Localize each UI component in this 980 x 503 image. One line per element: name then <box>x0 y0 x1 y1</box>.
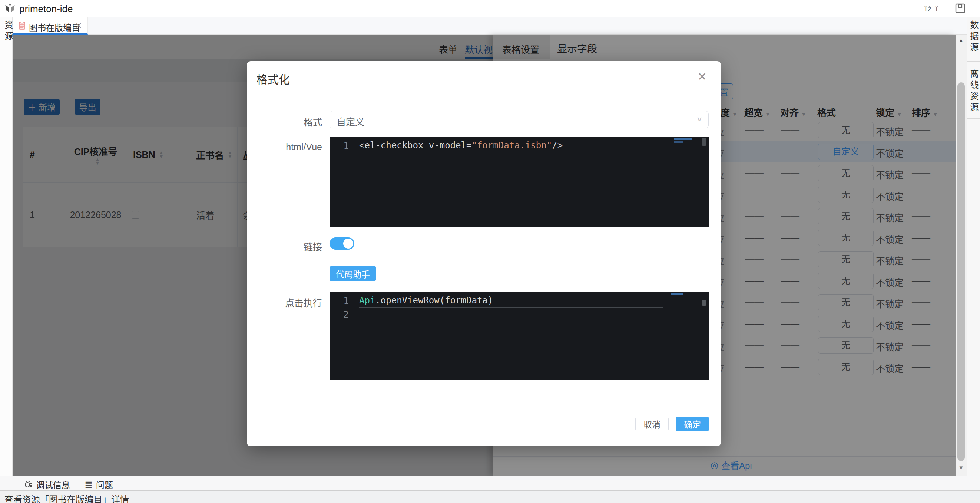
tab-label: 图书在版编目 <box>29 21 80 34</box>
list-icon: ≣ <box>84 479 93 490</box>
dialog-close-icon[interactable]: ✕ <box>698 70 707 83</box>
titlebar-glyphs[interactable]: îž î <box>925 4 939 14</box>
format-select[interactable]: 自定义 ∨ <box>329 111 709 128</box>
problems-item[interactable]: ≣ 问题 <box>84 478 113 491</box>
app-title: primeton-ide <box>19 3 73 15</box>
minimap-mark <box>670 293 683 295</box>
code-line[interactable]: 1Api.openViewRow(formData) <box>329 294 709 308</box>
click-execute-label: 点击执行 <box>247 295 322 309</box>
app-logo-icon <box>5 3 16 14</box>
format-label: 格式 <box>247 115 322 128</box>
code-token: Api <box>359 295 375 306</box>
debug-info-item[interactable]: 调试信息 <box>24 478 70 491</box>
rail-separator <box>967 61 980 62</box>
ide-tab-bar: 图书在版编目 ✕ <box>13 18 967 35</box>
tab-close-icon[interactable]: ✕ <box>75 21 82 31</box>
link-label: 链接 <box>247 240 322 253</box>
rail-separator <box>967 118 980 119</box>
cancel-button[interactable]: 取消 <box>635 417 669 431</box>
debug-icon <box>24 480 33 489</box>
html-vue-code-editor[interactable]: 1<el-checkbox v-model="formData.isbn"/> <box>329 137 709 227</box>
save-icon[interactable] <box>955 3 965 13</box>
status-bar: 查看资源「图书在版编目」详情 <box>0 490 980 503</box>
right-rail-item-1[interactable]: 数据源 <box>967 21 980 54</box>
editor-scrollbar-thumb[interactable] <box>702 137 706 146</box>
scroll-down-icon[interactable]: ▼ <box>956 465 967 471</box>
title-bar: primeton-ide îž î <box>0 0 980 18</box>
line-number: 2 <box>329 309 359 320</box>
code-assistant-button[interactable]: 代码助手 <box>329 266 376 281</box>
ok-button[interactable]: 确定 <box>676 417 709 431</box>
link-toggle[interactable] <box>329 237 354 250</box>
html-vue-label: html/Vue <box>247 142 322 152</box>
vertical-scrollbar[interactable]: ▲ ▼ <box>956 35 967 476</box>
status-text: 查看资源「图书在版编目」详情 <box>5 492 129 503</box>
code-token: .openViewRow(formData) <box>375 295 493 306</box>
left-rail: 资源 <box>0 18 13 476</box>
editor-lines: 1<el-checkbox v-model="formData.isbn"/> <box>329 137 709 152</box>
problems-label: 问题 <box>96 478 113 491</box>
scrollbar-thumb[interactable] <box>958 82 965 461</box>
right-rail-item-2[interactable]: 离线资源 <box>967 69 980 114</box>
right-rail: 数据源离线资源 <box>967 18 980 476</box>
right-rail-item-label: 离线资源 <box>967 69 980 114</box>
dialog-title: 格式化 <box>256 70 290 87</box>
editor-lines: 1Api.openViewRow(formData)2 <box>329 292 709 321</box>
toggle-knob <box>343 238 353 249</box>
code-text: Api.openViewRow(formData) <box>359 294 663 308</box>
code-line[interactable]: 2 <box>329 308 709 321</box>
code-token: <el-checkbox v-model= <box>359 140 471 151</box>
chevron-down-icon: ∨ <box>697 115 702 123</box>
tab-book-cip[interactable]: 图书在版编目 ✕ <box>13 18 88 35</box>
minimap-mark <box>674 138 692 140</box>
right-rail-item-label: 数据源 <box>967 21 980 54</box>
bottom-panel: 调试信息 ≣ 问题 <box>0 476 980 490</box>
line-number: 1 <box>329 295 359 306</box>
format-select-value: 自定义 <box>337 115 364 128</box>
debug-info-label: 调试信息 <box>36 478 70 491</box>
code-text <box>359 308 663 321</box>
document-icon <box>19 22 25 30</box>
minimap-mark <box>674 141 684 143</box>
code-token: /> <box>552 140 563 151</box>
code-text: <el-checkbox v-model="formData.isbn"/> <box>359 139 663 152</box>
code-line[interactable]: 1<el-checkbox v-model="formData.isbn"/> <box>329 139 709 152</box>
editor-scrollbar-thumb[interactable] <box>702 300 706 306</box>
code-token: "formData.isbn" <box>471 140 552 151</box>
scroll-up-icon[interactable]: ▲ <box>956 37 967 43</box>
line-number: 1 <box>329 141 359 151</box>
format-dialog: 格式化 ✕ 格式 自定义 ∨ html/Vue 1<el-checkbox v-… <box>247 61 721 446</box>
click-execute-code-editor[interactable]: 1Api.openViewRow(formData)2 <box>329 292 709 380</box>
